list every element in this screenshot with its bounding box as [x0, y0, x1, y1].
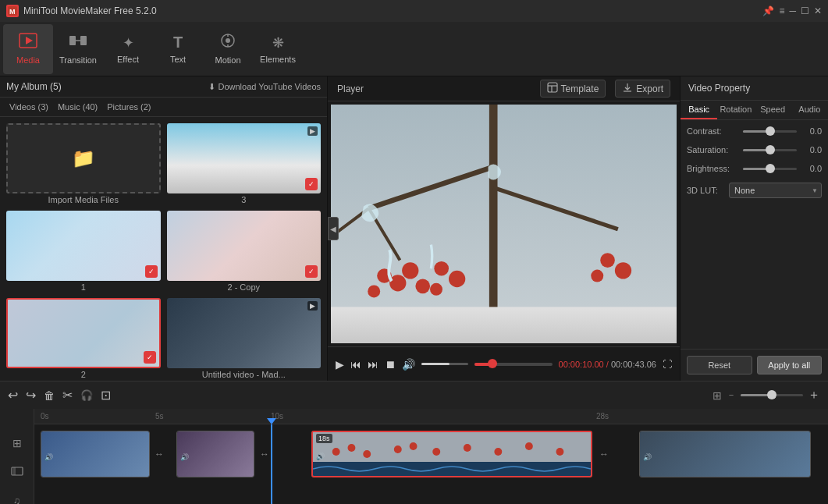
hamburger-icon[interactable]: ≡: [779, 5, 784, 16]
prop-tab-basic[interactable]: Basic: [681, 101, 717, 119]
prop-tab-speed[interactable]: Speed: [755, 101, 791, 119]
timeline-clip-4[interactable]: 🔊: [639, 431, 811, 477]
tab-music[interactable]: Music (40): [55, 101, 101, 113]
toolbar-item-text[interactable]: T Text: [153, 24, 203, 74]
video-track-icon: [11, 465, 23, 480]
template-button[interactable]: Template: [540, 80, 606, 98]
crop-button[interactable]: ⊡: [101, 388, 111, 403]
contrast-slider[interactable]: [743, 130, 797, 133]
toolbar-item-effect[interactable]: ✦ Effect: [103, 24, 153, 74]
saturation-value: 0.0: [800, 145, 822, 154]
cut-button[interactable]: ✂: [62, 388, 73, 403]
undo-button[interactable]: ↩: [8, 388, 18, 403]
timeline-clip-2[interactable]: 🔊: [176, 431, 254, 477]
contrast-value: 0.0: [800, 126, 822, 136]
progress-bar[interactable]: [474, 363, 553, 366]
toolbar-item-motion[interactable]: Motion: [203, 24, 253, 74]
svg-point-45: [556, 448, 564, 456]
toolbar-item-elements[interactable]: ❋ Elements: [253, 24, 303, 74]
zoom-slider[interactable]: [741, 394, 803, 396]
toolbar: Media Transition ✦ Effect T Text Motion …: [0, 22, 828, 76]
close-button[interactable]: ✕: [814, 5, 822, 16]
panel-collapse-arrow[interactable]: ◀: [328, 217, 339, 240]
lut-label: 3D LUT:: [687, 186, 726, 195]
export-button[interactable]: Export: [615, 80, 670, 98]
pin-icon[interactable]: 📌: [762, 5, 774, 16]
stop-button[interactable]: ⏹: [385, 358, 396, 371]
apply-to-all-button[interactable]: Apply to all: [757, 356, 823, 374]
skip-frame-forward-button[interactable]: ⏭: [368, 358, 378, 371]
media-thumb-3: ▶ ✓: [167, 123, 322, 193]
minimize-button[interactable]: ─: [789, 5, 796, 16]
ruler-mark-28s: 28s: [596, 412, 609, 421]
import-thumb: 📁: [6, 123, 161, 193]
prop-tab-rotation[interactable]: Rotation: [717, 101, 754, 119]
download-youtube-button[interactable]: ⬇ Download YouTube Videos: [208, 82, 322, 92]
svg-point-23: [415, 279, 430, 294]
media-label-2: 2: [6, 370, 161, 379]
volume-slider[interactable]: [421, 363, 468, 365]
media-item-3[interactable]: ▶ ✓ 3: [167, 123, 322, 204]
add-track-button[interactable]: ⊞: [12, 437, 22, 449]
media-thumb-untitled: ▶: [167, 298, 322, 368]
zoom-out-icon: －: [727, 389, 736, 402]
tab-pictures[interactable]: Pictures (2): [104, 101, 154, 113]
skip-back-button[interactable]: ⏮: [350, 358, 361, 371]
export-label: Export: [636, 83, 663, 94]
clip-3-label: 18s: [316, 434, 332, 443]
timeline-cursor[interactable]: [271, 424, 272, 504]
svg-point-38: [363, 450, 371, 458]
brightness-value: 0.0: [800, 164, 822, 173]
import-icon: 📁: [72, 147, 95, 169]
svg-point-39: [394, 445, 402, 453]
export-icon: [622, 82, 633, 95]
transition-arrow-3[interactable]: ↔: [596, 431, 612, 477]
prop-tab-audio[interactable]: Audio: [791, 101, 828, 119]
media-item-1[interactable]: ✓ 1: [6, 211, 161, 292]
brightness-slider[interactable]: [743, 168, 797, 170]
transition-arrow-1[interactable]: ↔: [151, 431, 167, 477]
reset-button[interactable]: Reset: [687, 356, 752, 374]
ruler-mark-5s: 5s: [155, 412, 164, 421]
template-icon: [547, 82, 558, 95]
timeline-clip-3[interactable]: 18s 🔊: [311, 431, 592, 477]
mute-button[interactable]: 🔊: [402, 358, 415, 371]
toolbar-item-media[interactable]: Media: [3, 24, 53, 74]
media-label-3: 3: [167, 195, 322, 204]
play-button[interactable]: ▶: [336, 358, 344, 371]
check-badge-2: ✓: [144, 351, 156, 364]
restore-button[interactable]: ☐: [801, 5, 809, 16]
contrast-label: Contrast:: [687, 126, 740, 136]
media-item-2copy[interactable]: ✓ 2 - Copy: [167, 211, 322, 292]
media-item-2[interactable]: ✓ 2: [6, 298, 161, 379]
media-label: Media: [16, 55, 40, 65]
timeline-clip-1[interactable]: 🔊: [41, 431, 150, 477]
delete-button[interactable]: 🗑: [44, 389, 55, 402]
import-media-item[interactable]: 📁 Import Media Files: [6, 123, 161, 204]
redo-button[interactable]: ↪: [26, 388, 36, 403]
import-label: Import Media Files: [6, 195, 161, 204]
media-item-untitled[interactable]: ▶ Untitled video - Mad...: [167, 298, 322, 379]
media-label-untitled: Untitled video - Mad...: [167, 370, 322, 379]
left-panel: My Album (5) ⬇ Download YouTube Videos V…: [0, 76, 328, 381]
text-icon: T: [173, 34, 183, 51]
media-thumb-1: ✓: [6, 211, 161, 281]
prop-footer: Reset Apply to all: [681, 349, 828, 381]
tab-videos[interactable]: Videos (3): [6, 101, 52, 113]
check-badge-2copy: ✓: [305, 265, 318, 278]
media-icon: [19, 33, 37, 52]
split-icon: ⊞: [713, 389, 722, 402]
lut-dropdown[interactable]: None: [729, 183, 822, 198]
brightness-label: Brightness:: [687, 164, 740, 173]
toolbar-item-transition[interactable]: Transition: [53, 24, 103, 74]
fullscreen-button[interactable]: ⛶: [663, 359, 672, 370]
svg-point-8: [226, 38, 230, 43]
saturation-slider[interactable]: [743, 149, 797, 151]
audio-button[interactable]: 🎧: [80, 389, 93, 401]
transition-arrow-2[interactable]: ↔: [257, 431, 272, 477]
svg-point-42: [464, 444, 471, 452]
player-title: Player: [337, 83, 364, 94]
zoom-in-button[interactable]: ＋: [808, 387, 820, 403]
svg-point-28: [430, 283, 442, 296]
media-tabs: Videos (3) Music (40) Pictures (2): [0, 98, 327, 117]
